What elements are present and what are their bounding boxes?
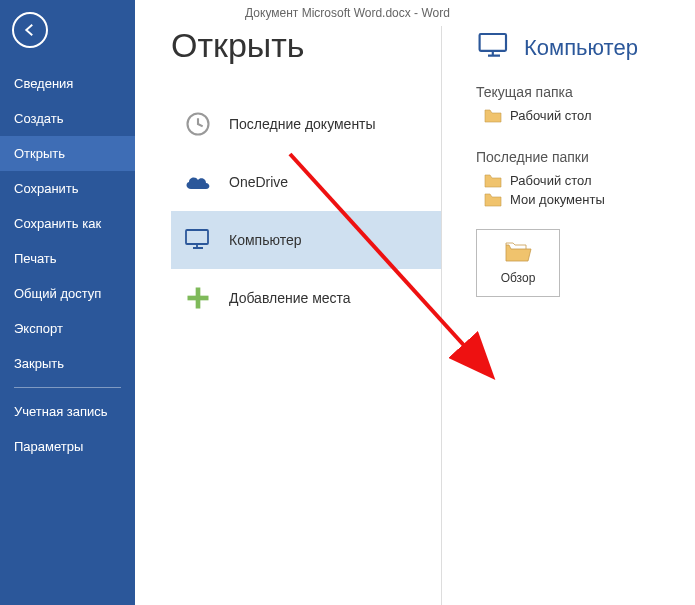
sidebar-item-info[interactable]: Сведения <box>0 66 135 101</box>
sidebar-item-new[interactable]: Создать <box>0 101 135 136</box>
details-title: Компьютер <box>524 35 638 61</box>
back-button[interactable] <box>12 12 48 48</box>
location-recent[interactable]: Последние документы <box>171 95 441 153</box>
cloud-icon <box>181 165 215 199</box>
sidebar-item-save-as[interactable]: Сохранить как <box>0 206 135 241</box>
location-onedrive[interactable]: OneDrive <box>171 153 441 211</box>
locations-column: Открыть Последние документы OneDrive <box>171 26 441 605</box>
arrow-left-icon <box>21 21 39 39</box>
svg-rect-1 <box>186 230 208 244</box>
recent-folder-name: Рабочий стол <box>510 173 592 188</box>
recent-folder-name: Мои документы <box>510 192 605 207</box>
current-folder-link[interactable]: Рабочий стол <box>484 108 695 123</box>
sidebar-item-save[interactable]: Сохранить <box>0 171 135 206</box>
current-folder-label: Текущая папка <box>476 84 695 100</box>
sidebar-item-account[interactable]: Учетная запись <box>0 394 135 429</box>
folder-open-icon <box>504 241 532 265</box>
sidebar-item-print[interactable]: Печать <box>0 241 135 276</box>
folder-icon <box>484 109 502 123</box>
svg-rect-3 <box>188 296 209 301</box>
computer-icon <box>476 30 512 66</box>
location-onedrive-label: OneDrive <box>229 174 288 190</box>
sidebar-item-share[interactable]: Общий доступ <box>0 276 135 311</box>
sidebar-item-export[interactable]: Экспорт <box>0 311 135 346</box>
recent-folder-link[interactable]: Мои документы <box>484 192 695 207</box>
folder-icon <box>484 174 502 188</box>
details-column: Компьютер Текущая папка Рабочий стол Пос… <box>441 26 695 605</box>
folder-icon <box>484 193 502 207</box>
location-computer[interactable]: Компьютер <box>171 211 441 269</box>
location-computer-label: Компьютер <box>229 232 301 248</box>
backstage-view: Сведения Создать Открыть Сохранить Сохра… <box>0 0 695 605</box>
computer-icon <box>181 223 215 257</box>
sidebar-item-options[interactable]: Параметры <box>0 429 135 464</box>
sidebar-item-open[interactable]: Открыть <box>0 136 135 171</box>
recent-folder-link[interactable]: Рабочий стол <box>484 173 695 188</box>
location-add-place-label: Добавление места <box>229 290 351 306</box>
clock-icon <box>181 107 215 141</box>
browse-label: Обзор <box>501 271 536 285</box>
browse-button[interactable]: Обзор <box>476 229 560 297</box>
details-header: Компьютер <box>476 30 695 66</box>
location-recent-label: Последние документы <box>229 116 376 132</box>
recent-folders-label: Последние папки <box>476 149 695 165</box>
backstage-sidebar: Сведения Создать Открыть Сохранить Сохра… <box>0 0 135 605</box>
sidebar-item-close[interactable]: Закрыть <box>0 346 135 381</box>
page-title: Открыть <box>171 26 441 65</box>
sidebar-separator <box>14 387 121 388</box>
main-panel: Открыть Последние документы OneDrive <box>135 0 695 605</box>
plus-icon <box>181 281 215 315</box>
location-add-place[interactable]: Добавление места <box>171 269 441 327</box>
current-folder-name: Рабочий стол <box>510 108 592 123</box>
svg-rect-4 <box>480 34 506 51</box>
locations-list: Последние документы OneDrive Компьютер <box>171 95 441 327</box>
